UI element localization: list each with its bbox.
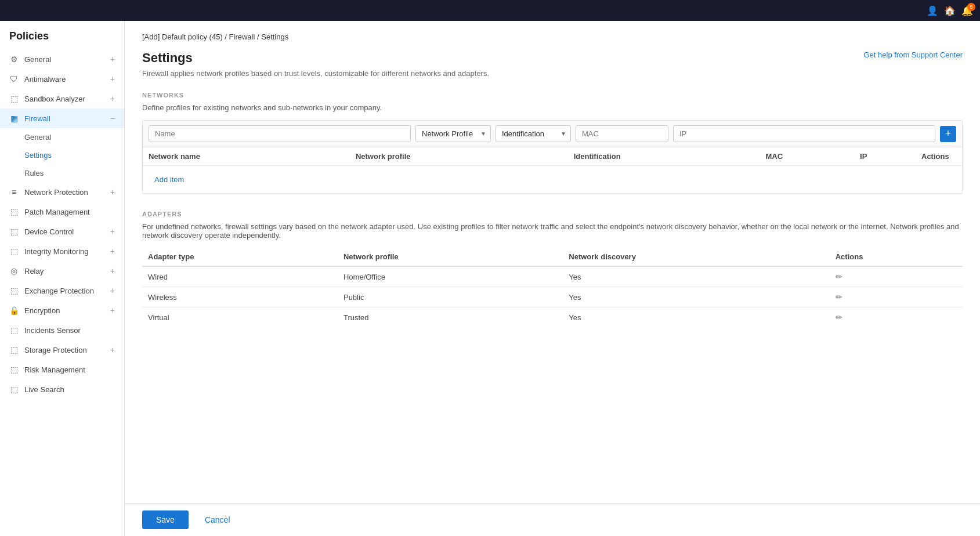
expand-exchange-protection-icon[interactable]: + (110, 286, 115, 295)
cancel-button[interactable]: Cancel (196, 510, 240, 529)
edit-wired-icon[interactable]: ✏ (836, 272, 842, 281)
network-profile-select-wrap: Network Profile Home/Office Public Trust… (415, 125, 491, 142)
network-name-input[interactable] (149, 125, 411, 142)
page-subtitle: Firewall applies network profiles based … (142, 69, 963, 78)
save-button[interactable]: Save (142, 510, 189, 529)
add-item-link[interactable]: Add item (149, 171, 190, 189)
identification-select[interactable]: Identification MAC IP DNS (496, 125, 571, 142)
adapter-profile-wired: Home/Office (338, 266, 563, 287)
patch-management-icon: ⬚ (9, 207, 19, 216)
breadcrumb-separator-1: / (225, 32, 229, 41)
sidebar-item-integrity-monitoring[interactable]: ⬚ Integrity Monitoring + (0, 241, 124, 261)
sidebar-item-incidents-sensor[interactable]: ⬚ Incidents Sensor (0, 320, 124, 340)
edit-wireless-icon[interactable]: ✏ (836, 292, 842, 302)
network-protection-icon: ≡ (9, 187, 19, 197)
sidebar-item-firewall[interactable]: ▦ Firewall − (0, 108, 124, 128)
col-actions: Actions (916, 147, 962, 166)
expand-antimalware-icon[interactable]: + (110, 74, 115, 84)
page-title: Settings (142, 50, 193, 66)
page-header: Settings Get help from Support Center (142, 50, 963, 66)
expand-general-icon[interactable]: + (110, 55, 115, 64)
adapter-discovery-wireless: Yes (563, 287, 829, 307)
adapter-actions-virtual: ✏ (830, 307, 963, 328)
collapse-firewall-icon[interactable]: − (110, 114, 115, 123)
expand-network-protection-icon[interactable]: + (110, 187, 115, 197)
live-search-icon: ⬚ (9, 385, 19, 394)
adapters-table: Adapter type Network profile Network dis… (142, 248, 963, 327)
adapter-actions-wireless: ✏ (830, 287, 963, 307)
add-network-button[interactable]: + (940, 126, 956, 142)
exchange-protection-icon: ⬚ (9, 286, 19, 295)
main-area: [Add] Default policy (45) / Firewall / S… (125, 21, 980, 536)
sidebar-item-fw-rules[interactable]: Rules (0, 164, 124, 182)
networks-table: Network name Network profile Identificat… (143, 147, 962, 194)
sidebar-label-network-protection: Network Protection (24, 188, 88, 197)
network-profile-select[interactable]: Network Profile Home/Office Public Trust… (415, 125, 491, 142)
sidebar-item-exchange-protection[interactable]: ⬚ Exchange Protection + (0, 281, 124, 300)
edit-virtual-icon[interactable]: ✏ (836, 313, 842, 322)
encryption-icon: 🔒 (9, 306, 19, 315)
integrity-monitoring-icon: ⬚ (9, 247, 19, 256)
lock-icon[interactable]: 🏠 (944, 5, 956, 16)
expand-encryption-icon[interactable]: + (110, 306, 115, 315)
help-link[interactable]: Get help from Support Center (863, 50, 963, 59)
adapter-discovery-virtual: Yes (563, 307, 829, 328)
sidebar-label-relay: Relay (24, 267, 44, 276)
sidebar-label-live-search: Live Search (24, 385, 64, 394)
col-mac: MAC (760, 147, 854, 166)
adapter-profile-wireless: Public (338, 287, 563, 307)
adapter-col-type: Adapter type (142, 248, 338, 266)
breadcrumb-part-1[interactable]: [Add] Default policy (45) (142, 32, 223, 41)
breadcrumb: [Add] Default policy (45) / Firewall / S… (142, 32, 963, 41)
bell-icon[interactable]: 🔔 5 (961, 5, 973, 16)
firewall-submenu: General Settings Rules (0, 128, 124, 182)
mac-input[interactable] (576, 125, 668, 142)
sidebar-item-risk-management[interactable]: ⬚ Risk Management (0, 360, 124, 379)
sidebar-label-general: General (24, 55, 51, 64)
expand-relay-icon[interactable]: + (110, 266, 115, 276)
adapters-section-label: ADAPTERS (142, 211, 963, 218)
bell-badge: 5 (967, 3, 975, 11)
adapter-type-virtual: Virtual (142, 307, 338, 328)
sidebar-item-relay[interactable]: ◎ Relay + (0, 261, 124, 281)
sidebar-item-general[interactable]: ⚙ General + (0, 49, 124, 69)
sidebar-label-exchange-protection: Exchange Protection (24, 287, 94, 295)
adapter-col-profile: Network profile (338, 248, 563, 266)
adapter-discovery-wired: Yes (563, 266, 829, 287)
sidebar-item-patch-management[interactable]: ⬚ Patch Management (0, 202, 124, 222)
networks-section-description: Define profiles for existing networks an… (142, 103, 963, 112)
incidents-sensor-icon: ⬚ (9, 325, 19, 335)
adapters-section: ADAPTERS For undefined networks, firewal… (142, 211, 963, 327)
expand-integrity-monitoring-icon[interactable]: + (110, 247, 115, 256)
sidebar-label-patch-management: Patch Management (24, 208, 90, 216)
sidebar-item-fw-general[interactable]: General (0, 128, 124, 146)
expand-device-control-icon[interactable]: + (110, 227, 115, 236)
user-icon[interactable]: 👤 (927, 5, 938, 16)
adapter-row-virtual: Virtual Trusted Yes ✏ (142, 307, 963, 328)
expand-storage-protection-icon[interactable]: + (110, 345, 115, 354)
sidebar-item-encryption[interactable]: 🔒 Encryption + (0, 300, 124, 320)
adapter-col-actions: Actions (830, 248, 963, 266)
adapters-section-description: For undefined networks, firewall setting… (142, 222, 963, 240)
sidebar-label-sandbox: Sandbox Analyzer (24, 95, 85, 103)
sidebar-item-device-control[interactable]: ⬚ Device Control + (0, 222, 124, 241)
sidebar-label-antimalware: Antimalware (24, 75, 66, 84)
col-identification: Identification (568, 147, 760, 166)
sidebar-item-antimalware[interactable]: 🛡 Antimalware + (0, 69, 124, 89)
adapter-col-discovery: Network discovery (563, 248, 829, 266)
networks-section-label: NETWORKS (142, 92, 963, 99)
adapter-actions-wired: ✏ (830, 266, 963, 287)
sidebar-item-network-protection[interactable]: ≡ Network Protection + (0, 182, 124, 202)
sidebar-label-encryption: Encryption (24, 306, 60, 315)
sidebar-item-live-search[interactable]: ⬚ Live Search (0, 379, 124, 399)
top-bar: 👤 🏠 🔔 5 (0, 0, 980, 21)
adapter-row-wireless: Wireless Public Yes ✏ (142, 287, 963, 307)
sidebar-item-fw-settings[interactable]: Settings (0, 146, 124, 164)
ip-input[interactable] (673, 125, 935, 142)
networks-table-section: Network Profile Home/Office Public Trust… (142, 120, 963, 194)
sidebar-item-storage-protection[interactable]: ⬚ Storage Protection + (0, 340, 124, 360)
sidebar-item-sandbox[interactable]: ⬚ Sandbox Analyzer + (0, 89, 124, 108)
antimalware-icon: 🛡 (9, 74, 19, 84)
expand-sandbox-icon[interactable]: + (110, 94, 115, 103)
breadcrumb-part-2[interactable]: Firewall (229, 32, 255, 41)
